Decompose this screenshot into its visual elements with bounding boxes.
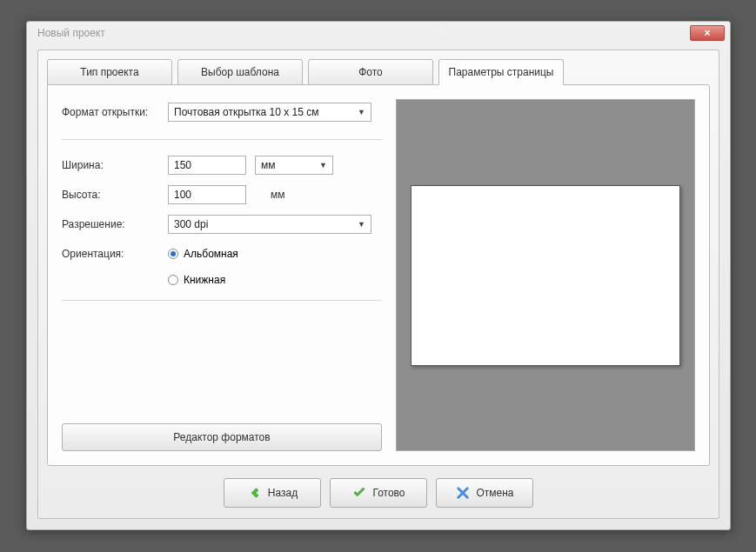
cancel-label: Отмена	[476, 487, 513, 499]
radio-landscape[interactable]	[168, 249, 178, 259]
width-label: Ширина:	[62, 159, 168, 171]
back-label: Назад	[268, 487, 298, 499]
tab-page-params[interactable]: Параметры страницы	[438, 59, 564, 85]
format-editor-label: Редактор форматов	[173, 431, 270, 443]
height-input[interactable]	[168, 185, 246, 204]
row-width: Ширина: мм ▼	[62, 152, 382, 178]
separator	[62, 300, 382, 301]
tab-template[interactable]: Выбор шаблона	[177, 59, 303, 85]
close-button[interactable]: ×	[690, 25, 725, 41]
row-orientation-2: Книжная	[62, 270, 382, 289]
titlebar: Новый проект ×	[27, 22, 730, 44]
chevron-down-icon: ▼	[319, 161, 327, 170]
page-preview	[411, 185, 680, 366]
separator	[62, 139, 382, 140]
preview-area	[396, 99, 695, 451]
row-format: Формат открытки: Почтовая открытка 10 х …	[62, 99, 382, 125]
tab-panel: Формат открытки: Почтовая открытка 10 х …	[47, 84, 710, 466]
radio-portrait-label: Книжная	[184, 274, 225, 286]
tab-project-type[interactable]: Тип проекта	[47, 59, 172, 85]
radio-portrait[interactable]	[168, 275, 178, 285]
resolution-combo[interactable]: 300 dpi ▼	[168, 215, 371, 234]
height-unit: мм	[271, 189, 285, 201]
spacer	[62, 313, 382, 423]
chevron-down-icon: ▼	[358, 220, 365, 229]
radio-landscape-label: Альбомная	[184, 248, 238, 260]
format-editor-button[interactable]: Редактор форматов	[62, 423, 382, 451]
cancel-button[interactable]: Отмена	[436, 478, 533, 508]
dialog-window: Новый проект × Тип проекта Выбор шаблона…	[26, 21, 731, 530]
resolution-value: 300 dpi	[174, 218, 208, 230]
width-unit-combo[interactable]: мм ▼	[255, 156, 333, 175]
close-icon: ×	[704, 27, 710, 39]
height-label: Высота:	[62, 189, 168, 201]
resolution-label: Разрешение:	[62, 218, 168, 230]
width-input[interactable]	[168, 156, 246, 175]
orientation-label: Ориентация:	[62, 248, 168, 260]
row-height: Высота: мм	[62, 182, 382, 208]
done-button[interactable]: Готово	[330, 478, 427, 508]
format-combo[interactable]: Почтовая открытка 10 х 15 см ▼	[168, 103, 371, 122]
done-label: Готово	[372, 487, 405, 499]
arrow-left-icon	[247, 485, 263, 501]
settings-column: Формат открытки: Почтовая открытка 10 х …	[62, 99, 382, 451]
chevron-down-icon: ▼	[358, 108, 365, 116]
window-title: Новый проект	[32, 27, 690, 39]
format-value: Почтовая открытка 10 х 15 см	[174, 106, 319, 118]
tab-photo[interactable]: Фото	[308, 59, 433, 85]
row-orientation: Ориентация: Альбомная	[62, 241, 382, 267]
row-resolution: Разрешение: 300 dpi ▼	[62, 211, 382, 237]
footer-buttons: Назад Готово Отмена	[38, 478, 719, 508]
dialog-body: Тип проекта Выбор шаблона Фото Параметры…	[37, 50, 719, 519]
cross-icon	[455, 485, 471, 501]
format-label: Формат открытки:	[62, 106, 168, 118]
tab-bar: Тип проекта Выбор шаблона Фото Параметры…	[38, 50, 719, 85]
width-unit-value: мм	[261, 159, 276, 171]
back-button[interactable]: Назад	[224, 478, 321, 508]
check-icon	[351, 485, 367, 501]
